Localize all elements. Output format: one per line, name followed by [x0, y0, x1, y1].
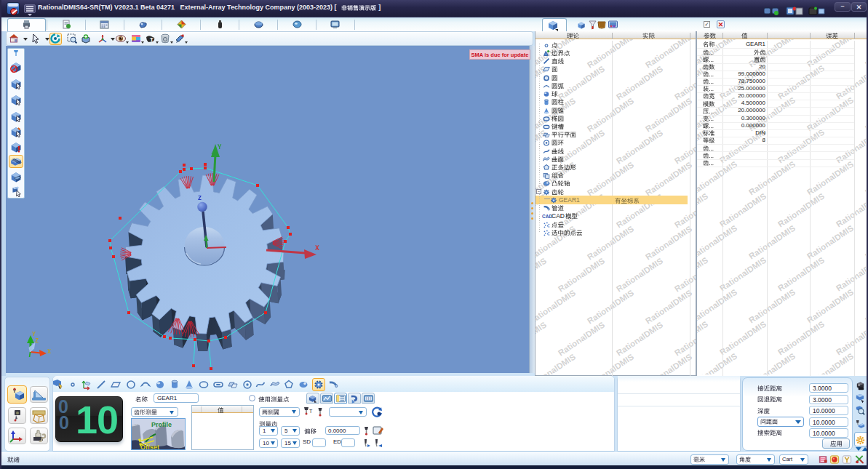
svg-text:T: T [309, 409, 313, 414]
svg-text:T: T [150, 36, 154, 43]
